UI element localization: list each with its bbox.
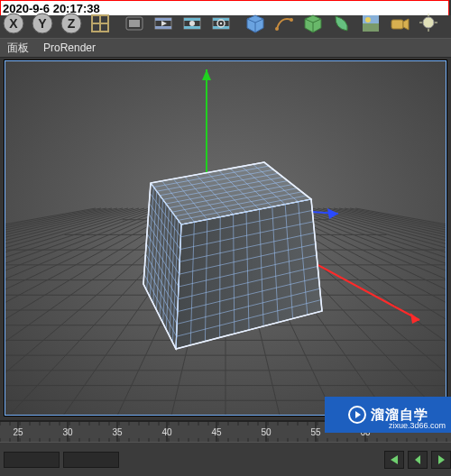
frame-end-field[interactable] [63,452,119,468]
main-toolbar: X Y Z [0,15,451,39]
svg-text:X: X [9,16,18,31]
camera-button[interactable] [386,15,413,38]
render-region-button[interactable] [121,15,148,38]
primitive-cube-button[interactable] [242,15,269,38]
light-button[interactable] [415,15,442,38]
svg-rect-12 [155,18,171,21]
prev-key-button[interactable] [408,451,428,469]
svg-marker-303 [415,455,420,464]
svg-text:40: 40 [161,427,172,437]
svg-text:Z: Z [68,16,76,31]
render-preview-button[interactable] [179,15,206,38]
frame-start-field[interactable] [4,452,60,468]
spline-pen-button[interactable] [271,15,298,38]
svg-point-18 [189,21,195,26]
viewport-menubar: 面板 ProRender [0,38,451,58]
svg-text:30: 30 [62,427,73,437]
watermark-url: zixue.3d66.com [389,421,446,430]
deformer-button[interactable] [328,15,355,38]
svg-marker-304 [438,455,445,464]
render-settings-button[interactable] [207,15,235,38]
axis-z-button[interactable]: Z [58,15,85,38]
svg-rect-17 [184,26,200,29]
svg-marker-306 [355,411,361,418]
svg-point-35 [423,17,434,28]
svg-marker-34 [403,19,409,30]
menu-prorender[interactable]: ProRender [36,39,103,57]
goto-start-button[interactable] [384,451,404,469]
play-circle-icon [347,405,367,425]
svg-text:55: 55 [310,427,321,437]
environment-button[interactable] [357,15,384,38]
svg-marker-302 [391,455,398,464]
svg-point-27 [290,18,293,22]
generator-button[interactable] [299,15,327,38]
watermark-badge: 溜溜自学 zixue.3d66.com [325,397,451,433]
svg-text:35: 35 [112,427,123,437]
svg-text:50: 50 [261,427,272,437]
svg-rect-13 [155,26,171,29]
axis-y-button[interactable]: Y [29,15,56,38]
svg-rect-33 [391,20,403,29]
svg-text:25: 25 [13,427,23,437]
svg-rect-30 [363,23,379,32]
svg-text:45: 45 [211,427,222,437]
play-button[interactable] [431,451,451,469]
axis-x-button[interactable]: X [0,15,27,38]
svg-text:Y: Y [38,16,47,31]
svg-rect-16 [184,18,200,21]
coord-system-button[interactable] [87,15,114,38]
svg-rect-10 [129,20,140,27]
svg-rect-31 [363,15,379,23]
timeline-controls [0,442,451,476]
svg-point-23 [220,22,222,23]
menu-panel[interactable]: 面板 [0,39,36,57]
svg-point-26 [275,27,279,31]
svg-point-32 [365,17,371,23]
render-frame-button[interactable] [150,15,177,38]
perspective-viewport[interactable] [4,60,447,416]
